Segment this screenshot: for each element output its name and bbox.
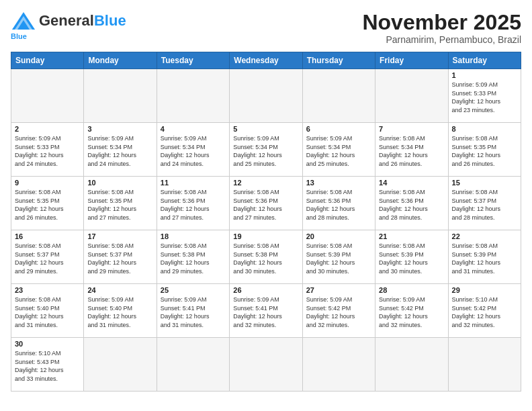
table-row: 28Sunrise: 5:09 AM Sunset: 5:42 PM Dayli…	[375, 284, 448, 338]
day-info: Sunrise: 5:08 AM Sunset: 5:38 PM Dayligh…	[233, 242, 298, 275]
table-row: 4Sunrise: 5:09 AM Sunset: 5:34 PM Daylig…	[157, 123, 229, 177]
day-info: Sunrise: 5:08 AM Sunset: 5:36 PM Dayligh…	[306, 188, 371, 222]
day-info: Sunrise: 5:08 AM Sunset: 5:36 PM Dayligh…	[233, 188, 298, 222]
weekday-header-row: Sunday Monday Tuesday Wednesday Thursday…	[11, 52, 521, 69]
day-number: 13	[306, 179, 371, 187]
table-row: 2Sunrise: 5:09 AM Sunset: 5:33 PM Daylig…	[11, 123, 84, 177]
table-row	[157, 338, 229, 392]
table-row: 27Sunrise: 5:09 AM Sunset: 5:42 PM Dayli…	[302, 284, 375, 338]
header-friday: Friday	[375, 52, 448, 69]
calendar-week-row: 2Sunrise: 5:09 AM Sunset: 5:33 PM Daylig…	[11, 123, 521, 177]
day-number: 3	[87, 125, 152, 133]
location-title: Parnamirim, Pernambuco, Brazil	[362, 34, 521, 45]
day-number: 8	[452, 125, 517, 133]
table-row: 29Sunrise: 5:10 AM Sunset: 5:42 PM Dayli…	[448, 284, 521, 338]
table-row: 12Sunrise: 5:08 AM Sunset: 5:36 PM Dayli…	[230, 177, 302, 230]
day-number: 23	[15, 286, 80, 294]
month-title: November 2025	[362, 11, 521, 34]
table-row: 20Sunrise: 5:08 AM Sunset: 5:39 PM Dayli…	[302, 230, 375, 284]
day-info: Sunrise: 5:09 AM Sunset: 5:34 PM Dayligh…	[306, 134, 371, 168]
table-row	[230, 338, 302, 392]
table-row: 6Sunrise: 5:09 AM Sunset: 5:34 PM Daylig…	[302, 123, 375, 177]
table-row: 21Sunrise: 5:08 AM Sunset: 5:39 PM Dayli…	[375, 230, 448, 284]
day-number: 19	[233, 232, 298, 240]
day-info: Sunrise: 5:08 AM Sunset: 5:39 PM Dayligh…	[452, 242, 517, 275]
day-number: 1	[452, 71, 517, 79]
day-info: Sunrise: 5:08 AM Sunset: 5:34 PM Dayligh…	[379, 134, 444, 168]
day-info: Sunrise: 5:09 AM Sunset: 5:42 PM Dayligh…	[379, 295, 444, 329]
table-row: 13Sunrise: 5:08 AM Sunset: 5:36 PM Dayli…	[302, 177, 375, 230]
header-tuesday: Tuesday	[157, 52, 229, 69]
table-row: 18Sunrise: 5:08 AM Sunset: 5:38 PM Dayli…	[157, 230, 229, 284]
day-info: Sunrise: 5:09 AM Sunset: 5:34 PM Dayligh…	[233, 134, 298, 168]
day-number: 17	[87, 232, 152, 240]
day-info: Sunrise: 5:08 AM Sunset: 5:35 PM Dayligh…	[87, 188, 152, 222]
day-number: 21	[379, 232, 444, 240]
day-info: Sunrise: 5:08 AM Sunset: 5:36 PM Dayligh…	[161, 188, 226, 222]
table-row: 10Sunrise: 5:08 AM Sunset: 5:35 PM Dayli…	[84, 177, 157, 230]
day-info: Sunrise: 5:10 AM Sunset: 5:43 PM Dayligh…	[15, 349, 80, 383]
table-row: 15Sunrise: 5:08 AM Sunset: 5:37 PM Dayli…	[448, 177, 521, 230]
table-row: 25Sunrise: 5:09 AM Sunset: 5:41 PM Dayli…	[157, 284, 229, 338]
table-row	[230, 69, 302, 123]
table-row	[302, 69, 375, 123]
day-info: Sunrise: 5:09 AM Sunset: 5:42 PM Dayligh…	[306, 295, 371, 329]
day-number: 22	[452, 232, 517, 240]
logo-text: GeneralBlue	[39, 13, 126, 28]
day-number: 29	[452, 286, 517, 294]
header-monday: Monday	[84, 52, 157, 69]
page-header: GeneralBlue Blue November 2025 Parnamiri…	[11, 11, 521, 45]
day-number: 24	[87, 286, 152, 294]
table-row	[302, 338, 375, 392]
title-area: November 2025 Parnamirim, Pernambuco, Br…	[362, 11, 521, 45]
day-info: Sunrise: 5:08 AM Sunset: 5:37 PM Dayligh…	[15, 242, 80, 275]
day-number: 20	[306, 232, 371, 240]
table-row: 14Sunrise: 5:08 AM Sunset: 5:36 PM Dayli…	[375, 177, 448, 230]
header-sunday: Sunday	[11, 52, 84, 69]
table-row	[11, 69, 84, 123]
table-row: 1Sunrise: 5:09 AM Sunset: 5:33 PM Daylig…	[448, 69, 521, 123]
day-info: Sunrise: 5:08 AM Sunset: 5:39 PM Dayligh…	[379, 242, 444, 275]
table-row: 9Sunrise: 5:08 AM Sunset: 5:35 PM Daylig…	[11, 177, 84, 230]
day-number: 11	[161, 179, 226, 187]
day-info: Sunrise: 5:09 AM Sunset: 5:41 PM Dayligh…	[161, 295, 226, 329]
day-number: 30	[15, 340, 80, 348]
day-info: Sunrise: 5:08 AM Sunset: 5:38 PM Dayligh…	[161, 242, 226, 275]
day-info: Sunrise: 5:08 AM Sunset: 5:36 PM Dayligh…	[379, 188, 444, 222]
table-row: 24Sunrise: 5:09 AM Sunset: 5:40 PM Dayli…	[84, 284, 157, 338]
day-info: Sunrise: 5:09 AM Sunset: 5:34 PM Dayligh…	[87, 134, 152, 168]
day-info: Sunrise: 5:08 AM Sunset: 5:40 PM Dayligh…	[15, 295, 80, 329]
day-number: 25	[161, 286, 226, 294]
day-number: 27	[306, 286, 371, 294]
table-row	[157, 69, 229, 123]
calendar-week-row: 23Sunrise: 5:08 AM Sunset: 5:40 PM Dayli…	[11, 284, 521, 338]
day-info: Sunrise: 5:08 AM Sunset: 5:35 PM Dayligh…	[452, 134, 517, 168]
calendar-week-row: 1Sunrise: 5:09 AM Sunset: 5:33 PM Daylig…	[11, 69, 521, 123]
table-row	[84, 69, 157, 123]
calendar-week-row: 9Sunrise: 5:08 AM Sunset: 5:35 PM Daylig…	[11, 177, 521, 230]
table-row: 11Sunrise: 5:08 AM Sunset: 5:36 PM Dayli…	[157, 177, 229, 230]
day-info: Sunrise: 5:10 AM Sunset: 5:42 PM Dayligh…	[452, 295, 517, 329]
day-info: Sunrise: 5:09 AM Sunset: 5:40 PM Dayligh…	[87, 295, 152, 329]
header-saturday: Saturday	[448, 52, 521, 69]
day-info: Sunrise: 5:08 AM Sunset: 5:35 PM Dayligh…	[15, 188, 80, 222]
logo-tagline: Blue	[11, 32, 27, 40]
day-number: 15	[452, 179, 517, 187]
calendar-week-row: 16Sunrise: 5:08 AM Sunset: 5:37 PM Dayli…	[11, 230, 521, 284]
logo-icon	[11, 11, 36, 31]
table-row: 8Sunrise: 5:08 AM Sunset: 5:35 PM Daylig…	[448, 123, 521, 177]
day-info: Sunrise: 5:09 AM Sunset: 5:33 PM Dayligh…	[15, 134, 80, 168]
table-row: 17Sunrise: 5:08 AM Sunset: 5:37 PM Dayli…	[84, 230, 157, 284]
table-row: 19Sunrise: 5:08 AM Sunset: 5:38 PM Dayli…	[230, 230, 302, 284]
day-number: 9	[15, 179, 80, 187]
day-number: 12	[233, 179, 298, 187]
logo: GeneralBlue Blue	[11, 11, 126, 40]
day-number: 28	[379, 286, 444, 294]
day-number: 10	[87, 179, 152, 187]
day-number: 2	[15, 125, 80, 133]
table-row: 22Sunrise: 5:08 AM Sunset: 5:39 PM Dayli…	[448, 230, 521, 284]
table-row: 23Sunrise: 5:08 AM Sunset: 5:40 PM Dayli…	[11, 284, 84, 338]
day-number: 26	[233, 286, 298, 294]
day-info: Sunrise: 5:08 AM Sunset: 5:37 PM Dayligh…	[452, 188, 517, 222]
day-number: 5	[233, 125, 298, 133]
